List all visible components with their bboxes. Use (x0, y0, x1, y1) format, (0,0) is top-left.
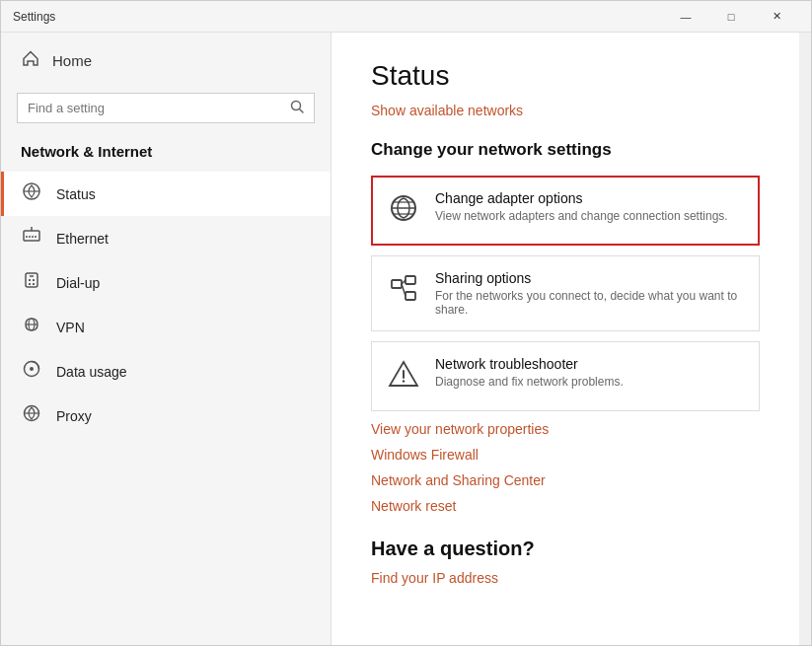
sidebar-item-data-usage[interactable]: Data usage (1, 349, 331, 394)
adapter-title: Change adapter options (435, 190, 728, 206)
svg-rect-12 (29, 279, 31, 281)
svg-rect-15 (33, 283, 35, 285)
svg-point-19 (30, 367, 34, 371)
ethernet-icon (21, 226, 42, 251)
vpn-label: VPN (56, 320, 85, 335)
maximize-button[interactable]: □ (708, 1, 754, 33)
search-icon (290, 100, 304, 116)
minimize-button[interactable]: — (663, 1, 708, 33)
svg-rect-14 (29, 283, 31, 285)
dialup-icon (21, 270, 42, 295)
troubleshooter-desc: Diagnose and fix network problems. (435, 375, 624, 389)
svg-rect-10 (26, 273, 37, 287)
find-ip-link[interactable]: Find your IP address (371, 570, 760, 586)
adapter-card-content: Change adapter options View network adap… (435, 190, 728, 223)
svg-line-30 (402, 284, 406, 296)
network-sharing-center-link[interactable]: Network and Sharing Center (371, 472, 760, 488)
proxy-icon (21, 403, 42, 428)
svg-line-1 (300, 109, 304, 113)
troubleshooter-card-content: Network troubleshooter Diagnose and fix … (435, 356, 624, 389)
page-title: Status (371, 60, 760, 92)
svg-rect-26 (392, 280, 402, 288)
svg-rect-27 (406, 276, 415, 284)
sharing-icon (388, 272, 419, 311)
window-controls: — □ ✕ (663, 1, 799, 33)
proxy-label: Proxy (56, 408, 92, 424)
status-label: Status (56, 186, 96, 202)
sidebar-nav: Status Ethernet (1, 172, 331, 438)
title-bar: Settings — □ ✕ (1, 1, 811, 33)
sharing-desc: For the networks you connect to, decide … (435, 289, 743, 317)
scrollbar[interactable] (799, 33, 811, 645)
search-box[interactable] (17, 93, 315, 123)
data-usage-label: Data usage (56, 364, 127, 380)
svg-rect-13 (33, 279, 35, 281)
home-icon (21, 48, 40, 73)
sidebar-item-ethernet[interactable]: Ethernet (1, 216, 331, 260)
adapter-icon (388, 192, 419, 231)
adapter-desc: View network adapters and change connect… (435, 209, 728, 223)
sharing-title: Sharing options (435, 270, 743, 286)
dialup-label: Dial-up (56, 275, 100, 291)
home-label: Home (52, 52, 92, 69)
sharing-options-card[interactable]: Sharing options For the networks you con… (371, 255, 760, 331)
sidebar-section-title: Network & Internet (1, 135, 331, 172)
troubleshooter-icon (388, 358, 419, 396)
sharing-card-content: Sharing options For the networks you con… (435, 270, 743, 317)
search-input[interactable] (28, 101, 282, 115)
windows-firewall-link[interactable]: Windows Firewall (371, 447, 760, 463)
data-usage-icon (21, 359, 42, 384)
troubleshooter-card[interactable]: Network troubleshooter Diagnose and fix … (371, 341, 760, 411)
content-area: Home Network & Internet (1, 33, 811, 645)
sidebar-item-dialup[interactable]: Dial-up (1, 260, 331, 305)
network-reset-link[interactable]: Network reset (371, 498, 760, 514)
change-section-title: Change your network settings (371, 140, 760, 160)
window-title: Settings (13, 10, 663, 24)
vpn-icon (21, 315, 42, 339)
view-network-properties-link[interactable]: View your network properties (371, 421, 760, 437)
settings-window: Settings — □ ✕ Home (0, 0, 812, 646)
sidebar-item-proxy[interactable]: Proxy (1, 394, 331, 438)
change-adapter-card[interactable]: Change adapter options View network adap… (371, 176, 760, 246)
ethernet-label: Ethernet (56, 231, 109, 247)
svg-rect-28 (406, 292, 415, 300)
status-icon (21, 181, 42, 206)
question-title: Have a question? (371, 538, 760, 560)
svg-point-33 (403, 380, 405, 382)
sidebar-item-vpn[interactable]: VPN (1, 305, 331, 349)
show-networks-link[interactable]: Show available networks (371, 103, 523, 118)
close-button[interactable]: ✕ (754, 1, 799, 33)
sidebar-home[interactable]: Home (1, 33, 331, 89)
troubleshooter-title: Network troubleshooter (435, 356, 624, 372)
main-content: Status Show available networks Change yo… (332, 33, 799, 645)
sidebar-item-status[interactable]: Status (1, 172, 331, 216)
sidebar: Home Network & Internet (1, 33, 332, 645)
